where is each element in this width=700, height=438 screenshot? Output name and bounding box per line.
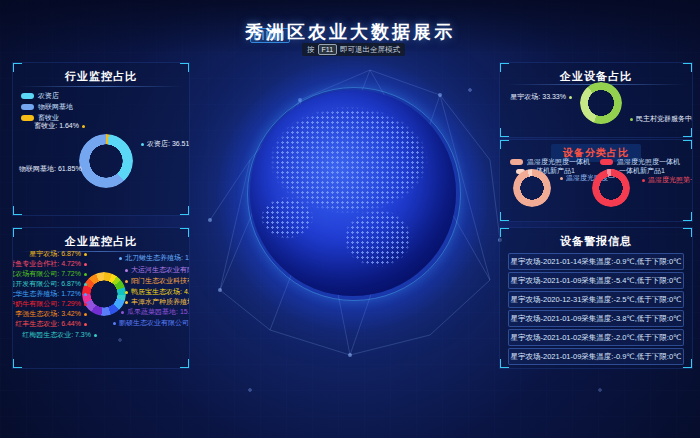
hint-suffix: 即可退出全屏模式 (340, 45, 400, 55)
callout-text: 中奶牛有限公司: 7.29% (12, 300, 81, 308)
legend-swatch (21, 104, 34, 110)
corner-decoration (683, 128, 693, 138)
legend-item[interactable]: 畜牧业 (21, 114, 59, 122)
enterprise-panel-title: 企业监控占比 (13, 234, 189, 249)
chart-callout: 丰潭水产种质养殖场: 1. (125, 298, 190, 306)
callout-dot (84, 303, 87, 306)
callout-dot (113, 322, 116, 325)
callout-dot (85, 168, 88, 171)
device-class-left-donut[interactable] (513, 169, 551, 207)
enterprise-donut-chart[interactable] (82, 272, 126, 316)
legend-swatch (21, 115, 34, 121)
equipment-donut-chart[interactable] (580, 82, 622, 124)
alarm-list-item: 星宇农场-2021-01-02采集温度:-2.0℃,低于下限:0℃ (508, 329, 684, 346)
chart-callout: 北刀鳅生态养殖场: 11.16% (119, 254, 190, 262)
callout-dot (84, 273, 87, 276)
corner-decoration (683, 139, 693, 149)
callout-text: 红丰生态农业: 6.44% (15, 320, 81, 328)
chart-callout: 国开发有限公司: 6.87% (13, 280, 87, 288)
corner-decoration (683, 212, 693, 222)
callout-text: 七华生态养殖场: 1.72% (12, 290, 81, 298)
legend-item[interactable]: 农资店 (21, 92, 59, 100)
hint-prefix: 按 (307, 45, 315, 55)
callout-text: 瓜果蔬菜园基地: 15.02% (127, 308, 190, 316)
device-class-right-donut[interactable] (592, 169, 630, 207)
callout-text: 农资店: 36.51% (147, 140, 190, 148)
callout-text: 民主村党群服务中心: (636, 115, 693, 123)
chart-callout: 中奶牛有限公司: 7.29% (13, 300, 87, 308)
chart-callout: 星宇农场: 33.33% (500, 93, 572, 101)
industry-donut-chart[interactable] (79, 134, 133, 188)
legend-swatch (21, 93, 34, 99)
callout-dot (84, 253, 87, 256)
panel-equipment-ratio: 企业设备占比 星宇农场: 33.33% 民主村党群服务中心: (499, 62, 693, 138)
callout-dot (141, 143, 144, 146)
chart-callout: 鹏硕生态农业有限公司: 6.87 (113, 319, 190, 327)
callout-dot (94, 334, 97, 337)
chart-callout: 农资店: 36.51% (141, 140, 190, 148)
callout-text: 国开发有限公司: 6.87% (12, 280, 81, 288)
chart-callout: 畜牧业: 1.64% (13, 122, 85, 130)
callout-dot (84, 323, 87, 326)
f11-keycap: F11 (318, 44, 338, 55)
alarm-list-item: 星宇农场-2021-01-14采集温度:-0.9℃,低于下限:0℃ (508, 253, 684, 270)
legend-label: 一体机新产品1 (619, 167, 665, 175)
chart-callout: 李强生态农场: 3.42% (13, 310, 87, 318)
fullscreen-hint: 按 F11 即可退出全屏模式 (302, 43, 405, 56)
chart-callout: 瓜果蔬菜园基地: 15.02% (121, 308, 190, 316)
corner-decoration (12, 359, 22, 369)
title-divider (19, 86, 183, 87)
corner-decoration (499, 128, 509, 138)
callout-text: 物联网基地: 61.85% (19, 165, 82, 173)
callout-text: 鹏硕生态农业有限公司: 6.87 (119, 319, 190, 327)
panel-enterprise-ratio: 企业监控占比 星宇农场: 6.87% 秀越青鱼专业合作社: 4.72% 家庭农场… (12, 227, 190, 369)
callout-text: 畜牧业: 1.64% (34, 122, 79, 130)
chart-callout: 阳门生态农业科技有限公 (125, 277, 190, 285)
chart-callout: 温湿度光照第一 (642, 176, 693, 184)
chart-callout: 家庭农场有限公司: 7.72% (13, 270, 87, 278)
legend-item[interactable]: 温湿度光照度一体机 (510, 158, 590, 166)
panel-device-class-ratio: 设备分类占比 温湿度光照度一体机 一体机新产品1 温湿度光照度一 温湿度光照度一… (499, 139, 693, 222)
corner-decoration (12, 206, 22, 216)
panel-industry-ratio: 行业监控占比 农资店 物联网基地 畜牧业 畜牧业: 1.64% 农资店: 36.… (12, 62, 190, 216)
callout-dot (84, 283, 87, 286)
callout-dot (125, 280, 128, 283)
panel-device-alarms: 设备警报信息 星宇农场-2021-01-14采集温度:-0.9℃,低于下限:0℃… (499, 227, 693, 369)
corner-decoration (499, 139, 509, 149)
chart-callout: 星宇农场: 6.87% (13, 250, 87, 258)
alarm-list-item: 星宇农场-2021-01-09采集温度:-0.9℃,低于下限:0℃ (508, 348, 684, 365)
chart-callout: 七华生态养殖场: 1.72% (13, 290, 87, 298)
legend-item[interactable]: 物联网基地 (21, 103, 73, 111)
legend-swatch (510, 159, 523, 165)
legend-label: 农资店 (38, 92, 59, 100)
alarm-list-item: 星宇农场-2021-01-09采集温度:-3.8℃,低于下限:0℃ (508, 310, 684, 327)
industry-panel-title: 行业监控占比 (13, 69, 189, 84)
dashboard-stage: 秀洲区农业大数据展示 按 F11 即可退出全屏模式 行业监控占比 农资店 物联网… (0, 0, 700, 438)
callout-text: 北刀鳅生态养殖场: 11.16% (125, 254, 190, 262)
chart-callout: 物联网基地: 61.85% (19, 165, 88, 173)
callout-dot (119, 257, 122, 260)
callout-text: 大运河生态农业有限责任公 (131, 266, 190, 274)
alarm-panel-title: 设备警报信息 (500, 234, 692, 249)
callout-dot (82, 125, 85, 128)
corner-decoration (180, 359, 190, 369)
callout-dot (630, 118, 633, 121)
callout-dot (121, 311, 124, 314)
callout-dot (569, 96, 572, 99)
alarm-list-item: 星宇农场-2021-01-09采集温度:-5.4℃,低于下限:0℃ (508, 272, 684, 289)
callout-dot (642, 179, 645, 182)
callout-text: 阳门生态农业科技有限公 (131, 277, 190, 285)
callout-text: 家庭农场有限公司: 7.72% (12, 270, 81, 278)
callout-dot (125, 291, 128, 294)
callout-dot (84, 313, 87, 316)
chart-callout: 鸭居宝生态农场: 4.29 (125, 288, 190, 296)
callout-text: 鸭居宝生态农场: 4.29 (131, 288, 190, 296)
chart-callout: 红梅园生态农业: 7.3% (13, 331, 97, 339)
chart-callout: 红丰生态农业: 6.44% (13, 320, 87, 328)
page-title: 秀洲区农业大数据展示 (0, 20, 700, 44)
legend-label: 温湿度光照度一体机 (527, 158, 590, 166)
callout-text: 李强生态农场: 3.42% (15, 310, 81, 318)
legend-item[interactable]: 温湿度光照度一体机 (600, 158, 680, 166)
corner-decoration (683, 359, 693, 369)
callout-text: 温湿度光照第一 (648, 176, 693, 184)
